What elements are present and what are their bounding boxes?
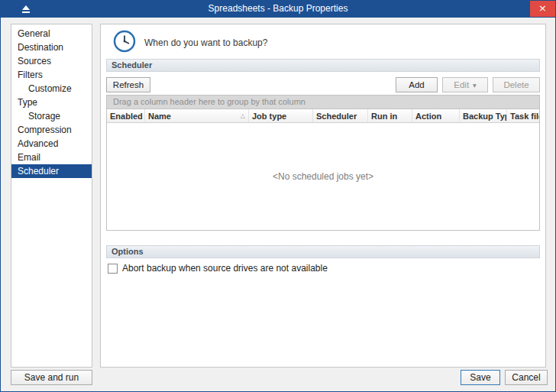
dialog-body: General Destination Sources Filters Cust… bbox=[1, 18, 555, 391]
main-panel: When do you want to backup? Scheduler Re… bbox=[100, 24, 546, 368]
close-icon: × bbox=[538, 2, 547, 14]
group-by-panel[interactable]: Drag a column header here to group by th… bbox=[107, 96, 539, 109]
sidebar-item-general[interactable]: General bbox=[11, 27, 92, 40]
column-header-action[interactable]: Action bbox=[412, 109, 460, 122]
clock-icon bbox=[112, 29, 137, 56]
titlebar[interactable]: Spreadsheets - Backup Properties × bbox=[1, 1, 555, 18]
window-title: Spreadsheets - Backup Properties bbox=[1, 1, 555, 18]
sidebar-item-storage[interactable]: Storage bbox=[11, 109, 92, 123]
options-section-title: Options bbox=[112, 247, 144, 256]
empty-grid-message: <No scheduled jobs yet> bbox=[273, 171, 373, 182]
add-button[interactable]: Add bbox=[396, 77, 438, 92]
edit-button-label: Edit bbox=[454, 80, 469, 89]
column-header-enabled[interactable]: Enabled bbox=[107, 109, 145, 122]
column-header-run-in[interactable]: Run in bbox=[368, 109, 412, 122]
abort-backup-label: Abort backup when source drives are not … bbox=[122, 263, 328, 274]
column-header-task-file[interactable]: Task file bbox=[507, 109, 539, 122]
grid-body: <No scheduled jobs yet> bbox=[107, 123, 539, 230]
sidebar-item-type[interactable]: Type bbox=[11, 96, 92, 109]
sidebar-item-sources[interactable]: Sources bbox=[11, 54, 92, 68]
scheduler-grid: Drag a column header here to group by th… bbox=[106, 95, 540, 231]
sidebar: General Destination Sources Filters Cust… bbox=[11, 24, 92, 368]
save-and-run-button[interactable]: Save and run bbox=[11, 370, 92, 385]
chevron-down-icon: ▼ bbox=[473, 83, 477, 88]
options-section-header: Options bbox=[106, 245, 540, 258]
sidebar-item-customize[interactable]: Customize bbox=[11, 82, 92, 96]
cancel-button[interactable]: Cancel bbox=[505, 370, 548, 385]
column-header-job-type[interactable]: Job type bbox=[249, 109, 313, 122]
sort-ascending-icon: △ bbox=[241, 112, 245, 119]
sidebar-item-advanced[interactable]: Advanced bbox=[11, 137, 92, 151]
scheduler-section-title: Scheduler bbox=[112, 60, 152, 70]
backup-properties-window: Spreadsheets - Backup Properties × Gener… bbox=[0, 0, 556, 392]
delete-button[interactable]: Delete bbox=[493, 77, 540, 92]
sidebar-item-compression[interactable]: Compression bbox=[11, 123, 92, 137]
scheduler-toolbar: Refresh Add Edit ▼ Delete bbox=[106, 77, 540, 92]
scheduler-section-header: Scheduler bbox=[106, 59, 540, 72]
column-header-scheduler[interactable]: Scheduler bbox=[313, 109, 368, 122]
column-header-name-label: Name bbox=[148, 112, 171, 121]
edit-button[interactable]: Edit ▼ bbox=[442, 77, 488, 92]
page-question: When do you want to backup? bbox=[144, 37, 267, 48]
toolbar-right-group: Add Edit ▼ Delete bbox=[396, 77, 540, 92]
sidebar-item-scheduler[interactable]: Scheduler bbox=[11, 164, 92, 178]
save-button[interactable]: Save bbox=[461, 370, 500, 385]
close-button[interactable]: × bbox=[530, 1, 555, 17]
column-header-name[interactable]: Name △ bbox=[145, 109, 249, 122]
refresh-button[interactable]: Refresh bbox=[106, 77, 150, 92]
abort-backup-checkbox[interactable] bbox=[108, 264, 118, 274]
abort-backup-option[interactable]: Abort backup when source drives are not … bbox=[108, 263, 328, 274]
sidebar-item-filters[interactable]: Filters bbox=[11, 68, 92, 82]
sidebar-item-email[interactable]: Email bbox=[11, 151, 92, 164]
column-header-backup-type[interactable]: Backup Type bbox=[460, 109, 507, 122]
sidebar-item-destination[interactable]: Destination bbox=[11, 40, 92, 54]
grid-column-headers: Enabled Name △ Job type Scheduler Run in… bbox=[107, 109, 539, 123]
